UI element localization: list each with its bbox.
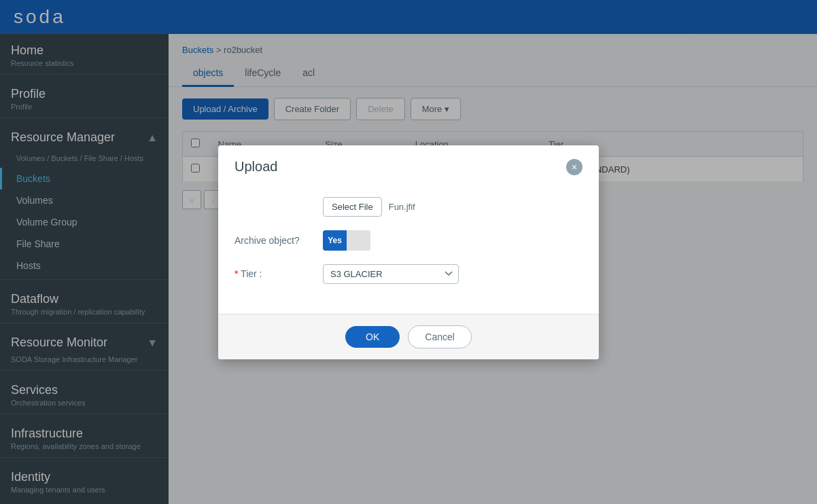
modal-close-button[interactable]: ×	[566, 159, 583, 175]
modal-ok-button[interactable]: OK	[345, 326, 400, 348]
toggle-yes-option[interactable]: Yes	[323, 230, 347, 251]
modal-footer: OK Cancel	[218, 314, 599, 359]
tier-select[interactable]: S3 GLACIER STANDARD STANDARD-IA ONEZONE_…	[323, 264, 459, 284]
modal-header: Upload ×	[218, 145, 599, 186]
modal-title: Upload	[234, 159, 277, 175]
upload-modal: Upload × Select File Fun.jfif Archive ob…	[218, 145, 599, 359]
modal-file-row: Select File Fun.jfif	[234, 197, 583, 217]
modal-archive-row: Archive object? Yes	[234, 230, 583, 251]
modal-archive-label: Archive object?	[234, 235, 323, 246]
select-file-button[interactable]: Select File	[323, 197, 382, 217]
modal-tier-row: * Tier : S3 GLACIER STANDARD STANDARD-IA…	[234, 264, 583, 284]
modal-body: Select File Fun.jfif Archive object? Yes…	[218, 186, 599, 314]
modal-tier-label: * Tier :	[234, 268, 323, 279]
toggle-no-option[interactable]	[347, 230, 370, 251]
selected-file-name: Fun.jfif	[389, 202, 415, 212]
modal-overlay: Upload × Select File Fun.jfif Archive ob…	[0, 0, 817, 504]
required-mark: *	[234, 268, 238, 279]
modal-cancel-button[interactable]: Cancel	[408, 325, 472, 348]
archive-toggle[interactable]: Yes	[323, 230, 370, 251]
tier-label-text: Tier :	[241, 268, 262, 279]
